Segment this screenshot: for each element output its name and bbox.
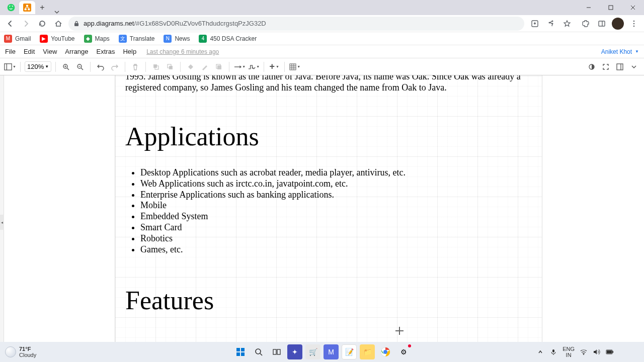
extensions-icon[interactable] [580,18,592,30]
maximize-button[interactable] [600,0,622,15]
url-text: app.diagrams.net/#G1x68SvD0RuZVov6Thdudc… [84,20,266,27]
save-status: Last change 6 minutes ago [146,48,219,55]
panel-collapse-handle[interactable]: ◂ [0,215,4,230]
menu-file[interactable]: File [5,48,16,55]
tab-whatsapp[interactable] [3,1,19,14]
svg-rect-2 [26,5,28,7]
taskbar-center: ✦ 🛒 M 📝 📁 ⚙ [233,344,411,359]
zoom-select[interactable]: 120%▼ [25,61,51,72]
taskbar-app-2[interactable]: 🛒 [305,344,320,359]
minimize-button[interactable] [578,0,600,15]
sidepanel-icon[interactable] [596,18,608,30]
tab-drawio[interactable] [19,1,35,14]
chrome-menu-icon[interactable] [628,18,640,30]
back-button[interactable] [4,18,16,30]
task-view-button[interactable] [269,344,284,359]
url-field[interactable]: app.diagrams.net/#G1x68SvD0RuZVov6Thdudc… [68,17,524,31]
install-app-icon[interactable] [528,17,541,30]
username-dropdown-icon[interactable]: ▼ [635,49,639,54]
zoom-in-icon[interactable] [60,61,72,73]
taskbar-explorer[interactable]: 📁 [360,344,375,359]
waypoints-icon[interactable]: ▼ [248,61,260,73]
svg-rect-12 [599,21,605,26]
table-icon[interactable]: ▼ [289,61,301,73]
forward-button[interactable] [20,18,32,30]
tray-wifi-icon[interactable] [580,348,588,356]
close-button[interactable] [622,0,644,15]
sidebar-toggle-icon[interactable]: ▼ [4,61,16,73]
applications-list: Desktop Applications such as acrobat rea… [140,167,532,256]
svg-rect-44 [241,352,245,356]
bookmark-youtube[interactable]: ▶YouTube [40,35,74,43]
bookmarks-bar: MGmail ▶YouTube ◆Maps 文Translate NNews 4… [0,32,644,45]
shadow-icon[interactable] [213,61,225,73]
new-tab-button[interactable]: + [35,1,49,14]
tray-chevron-icon[interactable] [536,348,544,356]
tray-mic-icon[interactable] [549,348,557,356]
redo-icon[interactable] [109,61,121,73]
svg-point-9 [552,20,553,22]
taskbar-chrome[interactable] [378,344,393,359]
browser-titlebar: + [0,0,644,15]
start-button[interactable] [233,344,248,359]
heading-features: Features [125,286,532,315]
reload-button[interactable] [36,18,48,30]
share-icon[interactable] [544,17,557,30]
diagram-canvas[interactable]: 1995. James Gosling is known as the fath… [4,75,644,354]
window-controls [578,0,644,15]
fill-color-icon[interactable] [185,61,197,73]
list-item: Smart Card [140,222,532,233]
profile-avatar[interactable] [612,18,624,30]
taskbar-app-6[interactable]: ⚙ [396,344,411,359]
svg-rect-54 [607,350,612,353]
bookmark-450dsa[interactable]: 4450 DSA Cracker [199,35,257,43]
delete-icon[interactable] [129,61,141,73]
app-menu-bar: File Edit View Arrange Extras Help Last … [0,45,644,58]
tray-volume-icon[interactable] [593,348,601,356]
bookmark-gmail[interactable]: MGmail [4,35,31,43]
to-front-icon[interactable] [150,61,162,73]
svg-rect-51 [552,349,554,352]
tray-battery-icon[interactable] [606,348,614,356]
home-button[interactable] [52,18,64,30]
connection-icon[interactable]: ▼ [233,61,246,73]
heading-applications: Applications [125,122,532,151]
zoom-out-icon[interactable] [74,61,86,73]
fullscreen-icon[interactable] [600,61,612,73]
username-link[interactable]: Aniket Khot [601,48,632,55]
menu-view[interactable]: View [43,48,57,55]
taskbar-app-3[interactable]: M [324,344,339,359]
address-bar: app.diagrams.net/#G1x68SvD0RuZVov6Thdudc… [0,15,644,32]
bookmark-news[interactable]: NNews [164,35,190,43]
diagram-page[interactable]: 1995. James Gosling is known as the fath… [115,75,542,354]
line-color-icon[interactable] [199,61,211,73]
theme-icon[interactable] [586,61,598,73]
search-button[interactable] [251,344,266,359]
undo-icon[interactable] [95,61,107,73]
taskbar-app-1[interactable]: ✦ [287,344,302,359]
svg-rect-4 [28,9,30,10]
weather-icon [5,346,16,357]
menu-extras[interactable]: Extras [97,48,115,55]
menu-edit[interactable]: Edit [24,48,35,55]
tab-overflow-icon[interactable] [49,9,64,15]
weather-widget[interactable]: 71°F Cloudy [5,346,36,358]
insert-icon[interactable]: +▼ [268,61,280,73]
bookmark-maps[interactable]: ◆Maps [84,35,110,43]
svg-rect-42 [241,348,245,351]
canvas-area: ◂ 1995. James Gosling is known as the fa… [0,75,644,354]
svg-line-24 [81,68,83,70]
lock-icon [73,21,79,27]
menu-arrange[interactable]: Arrange [65,48,88,55]
collapse-right-icon[interactable] [628,61,640,73]
to-back-icon[interactable] [164,61,176,73]
format-toggle-icon[interactable] [614,61,626,73]
bookmark-star-icon[interactable] [560,17,574,30]
list-item: Enterprise Applications such as banking … [140,190,532,201]
list-item: Web Applications such as irctc.co.in, ja… [140,178,532,190]
menu-help[interactable]: Help [123,48,136,55]
taskbar-app-4[interactable]: 📝 [342,344,357,359]
svg-rect-43 [236,352,240,356]
language-indicator[interactable]: ENG IN [562,346,575,358]
bookmark-translate[interactable]: 文Translate [119,35,155,43]
